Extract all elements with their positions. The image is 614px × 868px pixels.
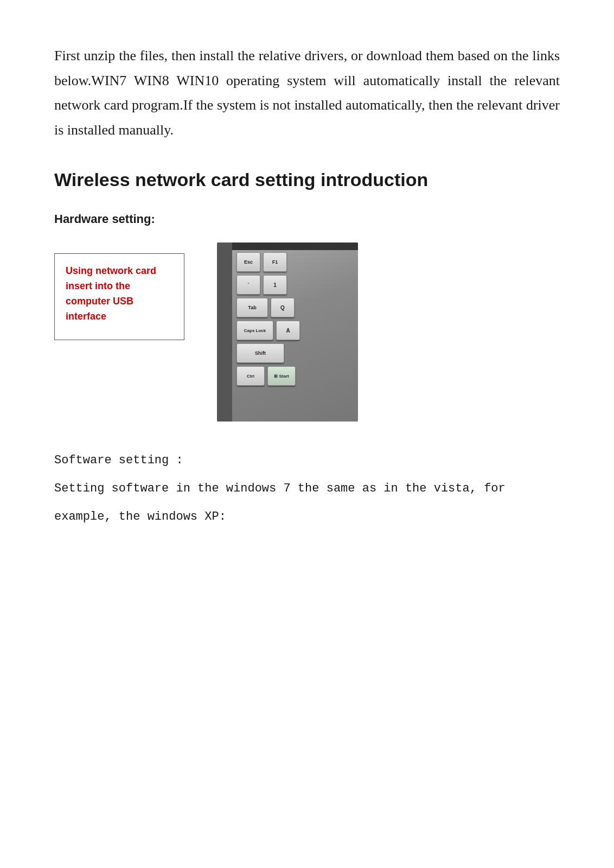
key-row-4: Caps Lock A bbox=[232, 321, 358, 340]
key-row-1: Esc F1 bbox=[232, 252, 358, 272]
keyboard-keys-area: Esc F1 ` 1 Tab Q Caps Lock A Shift bbox=[232, 252, 358, 422]
keyboard-body: Esc F1 ` 1 Tab Q Caps Lock A Shift bbox=[217, 242, 358, 422]
key-tilde: ` bbox=[236, 275, 260, 295]
software-line-3: example, the windows XP: bbox=[54, 505, 560, 529]
key-row-6: Ctrl ⊞ Start bbox=[232, 366, 358, 386]
keyboard-side-bar bbox=[217, 242, 232, 422]
key-row-5: Shift bbox=[232, 343, 358, 363]
key-win: ⊞ Start bbox=[267, 366, 296, 386]
software-section: Software setting : Setting software in t… bbox=[54, 449, 560, 529]
key-caps: Caps Lock bbox=[236, 321, 273, 340]
usb-callout-text: Using network card insert into the compu… bbox=[66, 265, 156, 322]
keyboard-image: Esc F1 ` 1 Tab Q Caps Lock A Shift bbox=[217, 242, 358, 422]
key-q: Q bbox=[271, 298, 295, 317]
key-f1: F1 bbox=[263, 252, 287, 272]
key-a: A bbox=[276, 321, 300, 340]
key-tab: Tab bbox=[236, 298, 268, 317]
usb-callout-box: Using network card insert into the compu… bbox=[54, 253, 184, 340]
section-title: Wireless network card setting introducti… bbox=[54, 169, 560, 190]
intro-paragraph: First unzip the files, then install the … bbox=[54, 43, 560, 142]
key-esc: Esc bbox=[236, 252, 260, 272]
hardware-label: Hardware setting: bbox=[54, 212, 560, 226]
key-row-2: ` 1 bbox=[232, 275, 358, 295]
key-row-3: Tab Q bbox=[232, 298, 358, 317]
hardware-section: Using network card insert into the compu… bbox=[54, 242, 560, 422]
key-ctrl: Ctrl bbox=[236, 366, 265, 386]
key-1: 1 bbox=[263, 275, 287, 295]
software-line-1: Software setting : bbox=[54, 449, 560, 473]
intro-text: First unzip the files, then install the … bbox=[54, 43, 560, 142]
software-line-2: Setting software in the windows 7 the sa… bbox=[54, 477, 560, 501]
key-shift: Shift bbox=[236, 343, 284, 363]
keyboard-top-bar bbox=[232, 242, 358, 250]
